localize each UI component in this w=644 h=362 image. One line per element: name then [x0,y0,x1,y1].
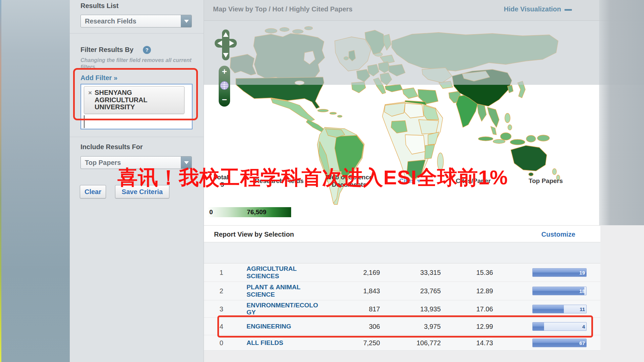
total-count: Total: 5 [208,174,236,188]
bar-track: 4 [532,322,587,331]
row-cites-per-paper: 17.06 [433,305,493,313]
bar-value: 67 [579,340,585,346]
row-wos-documents: 1,843 [320,287,380,295]
top-papers-bar: 11 [532,305,587,313]
total-value: 5 [208,181,236,188]
bar-value: 11 [580,306,585,312]
customize-link[interactable]: Customize [541,231,575,238]
row-rank: 1 [211,269,231,277]
row-rank: 2 [211,287,231,295]
row-cites-per-paper: 14.73 [433,339,493,347]
column-header-research-fields[interactable]: Research Fields [243,177,315,185]
sort-desc-icon [417,180,421,183]
results-list-select[interactable]: Research Fields [80,15,192,27]
map-pan-control[interactable] [214,29,237,61]
map-view-title: Map View by Top / Hot / Highly Cited Pap… [213,5,353,13]
row-cites: 106,772 [380,339,441,347]
column-header-cites[interactable]: Cites [387,177,434,185]
world-map-svg [204,21,644,225]
row-wos-documents: 2,169 [320,269,380,277]
minus-icon [565,9,572,11]
photo-edge-left [0,0,70,362]
results-list-heading: Results List [80,2,118,10]
research-field-link[interactable]: ENGINEERING [247,323,320,330]
table-row: 2 PLANT & ANIMAL SCIENCE 1,843 23,765 12… [204,282,600,300]
sidebar [70,0,204,362]
row-rank: 4 [211,322,231,330]
row-cites: 33,315 [380,269,441,277]
map-gray-band [204,21,644,85]
hide-visualization-link[interactable]: Hide Visualization [504,5,572,13]
results-list-selected-value: Research Fields [81,17,136,25]
bar-value: 18 [579,288,585,294]
filter-results-heading: Filter Results By [80,46,133,54]
column-header-cites-per-paper[interactable]: Cites/Paper [446,177,500,185]
research-field-link[interactable]: PLANT & ANIMAL SCIENCE [247,284,320,298]
bar-fill [533,268,586,277]
legend-max-value: 76,509 [247,208,266,216]
clear-button[interactable]: Clear [80,185,106,198]
bar-fill [533,339,586,347]
include-results-select[interactable]: Top Papers [80,156,192,169]
bar-fill [533,322,544,330]
row-cites-per-paper: 15.36 [433,269,493,277]
top-papers-bar: 4 [532,322,587,331]
total-label: Total: [208,174,236,181]
globe-icon[interactable] [220,81,229,90]
top-papers-bar: 19 [532,268,587,277]
remove-filter-icon[interactable]: × [88,89,92,111]
row-cites: 13,935 [380,305,441,313]
world-map [204,21,644,225]
bar-track: 19 [532,268,587,277]
bar-fill [533,305,564,313]
row-rank: 3 [211,305,231,313]
photo-edge-left-strip [0,0,1,362]
bar-value: 4 [582,323,585,329]
column-header-top-papers[interactable]: Top Papers [519,177,573,185]
top-papers-bar: 18 [532,287,587,295]
include-results-selected-value: Top Papers [81,159,121,167]
sidebar-divider [70,33,204,34]
include-results-heading: Include Results For [80,143,143,151]
chevron-down-icon[interactable] [181,15,192,27]
legend-min-value: 0 [209,208,213,216]
bar-track: 67 [532,339,587,347]
chevron-down-icon[interactable] [181,157,192,169]
save-criteria-button[interactable]: Save Criteria [115,185,169,198]
filter-note: Changing the filter field removes all cu… [80,57,195,70]
help-icon[interactable]: ? [143,46,151,54]
row-wos-documents: 817 [320,305,380,313]
active-filter-chip: × SHENYANG AGRICULTURAL UNIVERSITY [84,86,184,114]
report-view-title: Report View by Selection [214,231,294,238]
research-field-link[interactable]: AGRICULTURAL SCIENCES [247,265,320,280]
table-row: 0 ALL FIELDS 7,250 106,772 14.73 67 [204,335,600,351]
top-papers-bar: 67 [532,339,587,347]
bar-fill [533,287,584,295]
column-header-wos-documents[interactable]: Web of Science Documents [316,174,383,188]
bar-value: 19 [579,270,585,276]
text-cursor [84,115,85,128]
row-cites-per-paper: 12.89 [433,287,493,295]
sidebar-divider [70,137,204,137]
research-field-link[interactable]: ENVIRONMENT/ECOLOGY [247,302,320,316]
row-cites: 23,765 [380,287,441,295]
row-rank: 0 [211,339,231,347]
research-field-link[interactable]: ALL FIELDS [247,339,320,347]
zoom-in-icon[interactable]: + [222,67,227,76]
row-cites: 3,975 [380,322,441,330]
table-row: 4 ENGINEERING 306 3,975 12.99 4 [204,318,600,335]
bar-track: 11 [532,305,587,313]
add-filter-link[interactable]: Add Filter » [80,74,117,82]
table-header-row [204,242,600,263]
row-cites-per-paper: 12.99 [433,322,493,330]
row-wos-documents: 306 [320,322,380,330]
table-row: 3 ENVIRONMENT/ECOLOGY 817 13,935 17.06 1… [204,300,600,318]
map-zoom-control: + − [219,66,230,107]
hide-visualization-label: Hide Visualization [504,5,561,13]
active-filter-label: SHENYANG AGRICULTURAL UNIVERSITY [95,89,181,111]
zoom-out-icon[interactable]: − [222,95,227,104]
bar-track: 18 [532,287,587,295]
map-color-legend: 0 76,509 [207,207,291,217]
table-row: 1 AGRICULTURAL SCIENCES 2,169 33,315 15.… [204,263,600,282]
row-wos-documents: 7,250 [320,339,380,347]
